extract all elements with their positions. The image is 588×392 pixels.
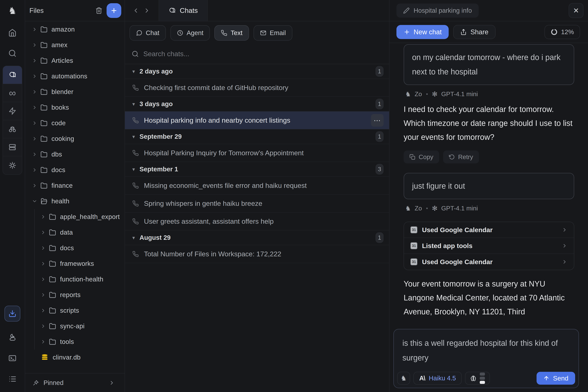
composer-input[interactable]: is this a well regarded hospital for thi… [402,336,570,365]
app-logo[interactable]: ♞ [0,0,25,21]
chat-item[interactable]: User greets assistant, assistant offers … [125,212,389,230]
filter-email[interactable]: Email [254,25,292,40]
new-chat-button[interactable]: New chat [396,25,449,39]
tree-item-sync-api[interactable]: sync-api [34,318,125,334]
group-header-september-1[interactable]: ▾September 13 [125,162,389,177]
tree-item-label: finance [52,182,73,189]
chevron-right-icon [40,308,46,313]
rail-tasks-button[interactable] [7,374,18,384]
tool-call-listed-app-tools[interactable]: 31 Listed app tools [404,238,574,254]
tree-item-label: clinvar.db [53,354,80,361]
user-message-text: just figure it out [412,182,465,190]
tree-item-automations[interactable]: automations [25,68,125,84]
tree-item-amazon[interactable]: amazon [25,22,125,37]
composer[interactable]: is this a well regarded hospital for thi… [394,329,579,388]
tree-item-health[interactable]: health [25,194,125,209]
tree-item-articles[interactable]: Articles [25,53,125,68]
rail-settings-button[interactable] [3,156,22,174]
folder-icon [40,151,48,158]
tree-item-clinvar-db[interactable]: clinvar.db [25,350,125,365]
share-button[interactable]: Share [453,25,495,39]
chat-item-selected[interactable]: Hospital parking info and nearby concert… [125,112,389,130]
pinned-section-toggle[interactable]: Pinned [25,373,125,392]
tree-item-scripts[interactable]: scripts [34,303,125,318]
reasoning-effort-button[interactable] [465,372,490,385]
chat-item[interactable]: Spring whispers in gentle haiku breeze [125,194,389,212]
chat-item[interactable]: Missing economic_events file error and h… [125,177,389,194]
tree-item-tools[interactable]: tools [34,334,125,350]
rail-automations-button[interactable] [3,102,22,120]
usage-percent: 12% [561,28,574,36]
tree-item-frameworks[interactable]: frameworks [34,256,125,272]
tree-item-label: tools [60,338,74,346]
folder-icon [40,120,48,127]
group-header-august-29[interactable]: ▾August 291 [125,230,389,245]
tree-item-books[interactable]: books [25,100,125,115]
group-count-badge: 3 [376,164,384,174]
rail-chats-button[interactable] [3,66,22,84]
chevron-right-icon [562,243,568,249]
filter-label: Email [270,29,286,36]
close-thread-button[interactable]: ✕ [569,3,584,18]
folder-icon [40,26,48,33]
user-message-text: on my calendar tomorrow - where do i par… [412,53,560,76]
rail-night-mode-button[interactable] [7,332,18,342]
chat-item-more-button[interactable]: ⋯ [371,114,384,127]
tree-item-docs-sub[interactable]: docs [34,240,125,256]
phone-icon [132,117,139,124]
tree-item-code[interactable]: code [25,115,125,131]
agent-selector-button[interactable]: ♞ [397,372,410,385]
group-header-3-days-ago[interactable]: ▾3 days ago1 [125,97,389,112]
tree-item-reports[interactable]: reports [34,287,125,303]
filter-text[interactable]: Text [214,25,249,40]
thread-title-button[interactable]: Hospital parking info [396,4,479,18]
tool-call-google-calendar[interactable]: 31 Used Google Calendar [404,222,574,238]
chat-item[interactable]: Hospital Parking Inquiry for Tomorrow's … [125,144,389,162]
back-button[interactable] [132,7,139,14]
filter-chat[interactable]: Chat [130,25,166,40]
send-button[interactable]: Send [536,372,575,385]
rail-discover-button[interactable] [3,120,22,138]
chat-item[interactable]: Checking first commit date of GitHub rep… [125,79,389,97]
retry-button[interactable]: Retry [443,150,479,164]
tree-item-docs[interactable]: docs [25,162,125,178]
tree-item-blender[interactable]: blender [25,84,125,100]
rail-search-button[interactable] [7,48,18,58]
tree-item-finance[interactable]: finance [25,178,125,194]
rail-group: ∞ [2,66,22,175]
filter-agent[interactable]: Agent [170,25,210,40]
group-header-2-days-ago[interactable]: ▾2 days ago1 [125,64,389,79]
tab-chats[interactable]: Chats [159,0,208,21]
tree-item-apple-health-export[interactable]: apple_health_export [34,209,125,225]
search-chats-input[interactable]: Search chats... [125,44,389,64]
delete-files-button[interactable] [94,5,104,16]
folder-icon [40,88,48,96]
tree-item-function-health[interactable]: function-health [34,272,125,287]
rail-servers-button[interactable] [3,138,22,156]
group-header-september-29[interactable]: ▾September 291 [125,130,389,144]
tree-item-cooking[interactable]: cooking [25,131,125,146]
rail-terminal-button[interactable] [7,353,18,363]
copy-button[interactable]: Copy [404,150,439,164]
message-scroll-area[interactable]: on my calendar tomorrow - where do i par… [390,43,588,392]
context-usage-button[interactable]: 12% [544,25,580,39]
rail-downloads-button[interactable] [4,306,20,322]
folder-icon [49,323,56,330]
forward-button[interactable] [143,7,150,14]
phone-icon [132,182,139,189]
chat-item[interactable]: Total Number of Files in Workspace: 172,… [125,245,389,263]
list-icon [8,375,16,383]
tree-item-dbs[interactable]: dbs [25,146,125,162]
tree-item-amex[interactable]: amex [25,37,125,53]
rail-home-button[interactable] [7,28,18,38]
model-selector-button[interactable]: A\ Haiku 4.5 [414,372,462,385]
rail-loops-button[interactable]: ∞ [3,84,22,102]
filter-label: Chat [146,29,160,36]
chevron-down-icon [32,198,37,204]
tree-item-label: blender [52,88,74,96]
dot-separator [426,94,428,95]
folder-icon [49,260,56,267]
tree-item-data[interactable]: data [34,225,125,240]
tool-call-google-calendar[interactable]: 31 Used Google Calendar [404,254,574,270]
add-file-button[interactable] [106,3,121,18]
